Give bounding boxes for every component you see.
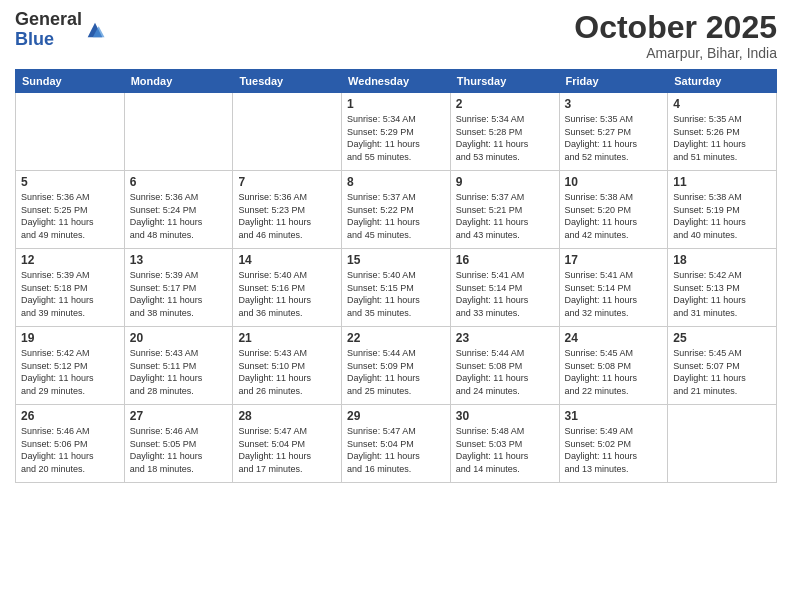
calendar-cell: 2Sunrise: 5:34 AM Sunset: 5:28 PM Daylig… [450,93,559,171]
day-info: Sunrise: 5:35 AM Sunset: 5:26 PM Dayligh… [673,113,771,163]
header-row: SundayMondayTuesdayWednesdayThursdayFrid… [16,70,777,93]
day-info: Sunrise: 5:36 AM Sunset: 5:23 PM Dayligh… [238,191,336,241]
day-number: 21 [238,331,336,345]
day-info: Sunrise: 5:34 AM Sunset: 5:28 PM Dayligh… [456,113,554,163]
day-number: 20 [130,331,228,345]
calendar-cell: 19Sunrise: 5:42 AM Sunset: 5:12 PM Dayli… [16,327,125,405]
calendar-cell: 15Sunrise: 5:40 AM Sunset: 5:15 PM Dayli… [342,249,451,327]
day-info: Sunrise: 5:46 AM Sunset: 5:06 PM Dayligh… [21,425,119,475]
day-info: Sunrise: 5:40 AM Sunset: 5:15 PM Dayligh… [347,269,445,319]
day-number: 19 [21,331,119,345]
day-number: 28 [238,409,336,423]
calendar-cell [668,405,777,483]
calendar-cell [124,93,233,171]
title-block: October 2025 Amarpur, Bihar, India [574,10,777,61]
day-number: 31 [565,409,663,423]
day-info: Sunrise: 5:42 AM Sunset: 5:12 PM Dayligh… [21,347,119,397]
day-info: Sunrise: 5:45 AM Sunset: 5:07 PM Dayligh… [673,347,771,397]
weekday-header: Tuesday [233,70,342,93]
calendar-cell: 14Sunrise: 5:40 AM Sunset: 5:16 PM Dayli… [233,249,342,327]
calendar-cell: 26Sunrise: 5:46 AM Sunset: 5:06 PM Dayli… [16,405,125,483]
calendar-table: SundayMondayTuesdayWednesdayThursdayFrid… [15,69,777,483]
week-row: 26Sunrise: 5:46 AM Sunset: 5:06 PM Dayli… [16,405,777,483]
day-number: 15 [347,253,445,267]
day-info: Sunrise: 5:46 AM Sunset: 5:05 PM Dayligh… [130,425,228,475]
day-number: 5 [21,175,119,189]
day-number: 22 [347,331,445,345]
day-number: 25 [673,331,771,345]
day-info: Sunrise: 5:48 AM Sunset: 5:03 PM Dayligh… [456,425,554,475]
week-row: 1Sunrise: 5:34 AM Sunset: 5:29 PM Daylig… [16,93,777,171]
day-info: Sunrise: 5:45 AM Sunset: 5:08 PM Dayligh… [565,347,663,397]
day-number: 11 [673,175,771,189]
logo: General Blue [15,10,106,50]
calendar-cell: 28Sunrise: 5:47 AM Sunset: 5:04 PM Dayli… [233,405,342,483]
week-row: 12Sunrise: 5:39 AM Sunset: 5:18 PM Dayli… [16,249,777,327]
calendar-cell: 12Sunrise: 5:39 AM Sunset: 5:18 PM Dayli… [16,249,125,327]
day-info: Sunrise: 5:49 AM Sunset: 5:02 PM Dayligh… [565,425,663,475]
calendar-cell: 4Sunrise: 5:35 AM Sunset: 5:26 PM Daylig… [668,93,777,171]
day-info: Sunrise: 5:43 AM Sunset: 5:10 PM Dayligh… [238,347,336,397]
day-number: 26 [21,409,119,423]
day-info: Sunrise: 5:44 AM Sunset: 5:09 PM Dayligh… [347,347,445,397]
day-info: Sunrise: 5:41 AM Sunset: 5:14 PM Dayligh… [565,269,663,319]
day-info: Sunrise: 5:39 AM Sunset: 5:17 PM Dayligh… [130,269,228,319]
calendar-cell: 8Sunrise: 5:37 AM Sunset: 5:22 PM Daylig… [342,171,451,249]
day-number: 23 [456,331,554,345]
calendar-cell: 1Sunrise: 5:34 AM Sunset: 5:29 PM Daylig… [342,93,451,171]
weekday-header: Sunday [16,70,125,93]
header: General Blue October 2025 Amarpur, Bihar… [15,10,777,61]
calendar-cell: 20Sunrise: 5:43 AM Sunset: 5:11 PM Dayli… [124,327,233,405]
calendar-cell [233,93,342,171]
calendar-cell: 31Sunrise: 5:49 AM Sunset: 5:02 PM Dayli… [559,405,668,483]
day-number: 12 [21,253,119,267]
day-number: 13 [130,253,228,267]
day-number: 1 [347,97,445,111]
calendar-cell: 21Sunrise: 5:43 AM Sunset: 5:10 PM Dayli… [233,327,342,405]
month-title: October 2025 [574,10,777,45]
calendar-cell: 18Sunrise: 5:42 AM Sunset: 5:13 PM Dayli… [668,249,777,327]
calendar-cell: 24Sunrise: 5:45 AM Sunset: 5:08 PM Dayli… [559,327,668,405]
day-info: Sunrise: 5:39 AM Sunset: 5:18 PM Dayligh… [21,269,119,319]
calendar-cell: 22Sunrise: 5:44 AM Sunset: 5:09 PM Dayli… [342,327,451,405]
calendar-cell: 16Sunrise: 5:41 AM Sunset: 5:14 PM Dayli… [450,249,559,327]
calendar-cell: 13Sunrise: 5:39 AM Sunset: 5:17 PM Dayli… [124,249,233,327]
page: General Blue October 2025 Amarpur, Bihar… [0,0,792,612]
day-info: Sunrise: 5:34 AM Sunset: 5:29 PM Dayligh… [347,113,445,163]
weekday-header: Saturday [668,70,777,93]
week-row: 19Sunrise: 5:42 AM Sunset: 5:12 PM Dayli… [16,327,777,405]
calendar-cell [16,93,125,171]
weekday-header: Friday [559,70,668,93]
day-info: Sunrise: 5:36 AM Sunset: 5:25 PM Dayligh… [21,191,119,241]
day-info: Sunrise: 5:44 AM Sunset: 5:08 PM Dayligh… [456,347,554,397]
day-info: Sunrise: 5:37 AM Sunset: 5:21 PM Dayligh… [456,191,554,241]
calendar-cell: 5Sunrise: 5:36 AM Sunset: 5:25 PM Daylig… [16,171,125,249]
calendar-cell: 25Sunrise: 5:45 AM Sunset: 5:07 PM Dayli… [668,327,777,405]
calendar-cell: 23Sunrise: 5:44 AM Sunset: 5:08 PM Dayli… [450,327,559,405]
day-info: Sunrise: 5:43 AM Sunset: 5:11 PM Dayligh… [130,347,228,397]
day-number: 9 [456,175,554,189]
day-number: 14 [238,253,336,267]
day-number: 6 [130,175,228,189]
calendar-cell: 11Sunrise: 5:38 AM Sunset: 5:19 PM Dayli… [668,171,777,249]
day-info: Sunrise: 5:38 AM Sunset: 5:19 PM Dayligh… [673,191,771,241]
day-info: Sunrise: 5:40 AM Sunset: 5:16 PM Dayligh… [238,269,336,319]
day-number: 17 [565,253,663,267]
day-number: 10 [565,175,663,189]
day-number: 30 [456,409,554,423]
weekday-header: Wednesday [342,70,451,93]
day-number: 18 [673,253,771,267]
day-info: Sunrise: 5:35 AM Sunset: 5:27 PM Dayligh… [565,113,663,163]
day-info: Sunrise: 5:38 AM Sunset: 5:20 PM Dayligh… [565,191,663,241]
day-info: Sunrise: 5:47 AM Sunset: 5:04 PM Dayligh… [238,425,336,475]
day-info: Sunrise: 5:41 AM Sunset: 5:14 PM Dayligh… [456,269,554,319]
day-number: 3 [565,97,663,111]
day-info: Sunrise: 5:47 AM Sunset: 5:04 PM Dayligh… [347,425,445,475]
day-number: 2 [456,97,554,111]
day-number: 7 [238,175,336,189]
day-number: 29 [347,409,445,423]
day-info: Sunrise: 5:37 AM Sunset: 5:22 PM Dayligh… [347,191,445,241]
week-row: 5Sunrise: 5:36 AM Sunset: 5:25 PM Daylig… [16,171,777,249]
day-info: Sunrise: 5:42 AM Sunset: 5:13 PM Dayligh… [673,269,771,319]
day-number: 24 [565,331,663,345]
